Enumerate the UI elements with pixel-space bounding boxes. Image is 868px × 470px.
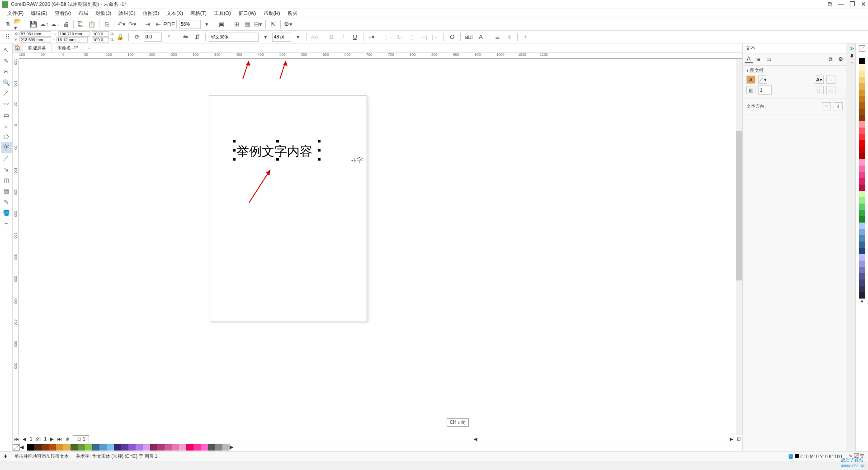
tab-welcome[interactable]: 欢迎屏幕 xyxy=(23,44,52,52)
colorbar-swatch[interactable] xyxy=(186,444,193,451)
palette-swatch[interactable] xyxy=(859,147,865,153)
align-icon[interactable]: ≡▾ xyxy=(367,32,377,42)
scale-x-input[interactable] xyxy=(92,31,109,37)
text-options-icon[interactable]: A̲ xyxy=(476,32,486,42)
palette-swatch[interactable] xyxy=(859,280,865,286)
add-button-icon[interactable]: + xyxy=(521,32,531,42)
colorbar-swatch[interactable] xyxy=(136,444,143,451)
frame-fill-swatch-icon[interactable]: A xyxy=(746,76,755,84)
palette-swatch[interactable] xyxy=(859,223,865,229)
palette-swatch[interactable] xyxy=(859,77,865,83)
colorbar-swatch[interactable] xyxy=(165,444,172,451)
pdf-icon[interactable]: PDF xyxy=(164,19,174,29)
colorbar-swatch[interactable] xyxy=(128,444,136,451)
panel-popout-icon[interactable]: ⧉ xyxy=(826,55,835,63)
palette-swatch[interactable] xyxy=(859,242,865,248)
sel-handle-bm[interactable] xyxy=(276,158,279,161)
eyedropper-tool-icon[interactable]: ✎ xyxy=(1,196,12,207)
font-size-input[interactable] xyxy=(272,33,291,42)
palette-nav-right-icon[interactable]: ▶ xyxy=(230,444,237,451)
minimize-icon[interactable]: — xyxy=(838,0,844,8)
bullets-icon[interactable]: ⋮≡ xyxy=(383,32,393,42)
text-direction-v-icon[interactable]: ⦀ xyxy=(504,32,514,42)
frame-align-icon[interactable]: ≡ xyxy=(826,76,835,84)
sel-handle-br[interactable] xyxy=(318,158,321,161)
palette-swatch[interactable] xyxy=(859,204,865,210)
menu-table[interactable]: 表格(T) xyxy=(187,10,210,17)
underline-icon[interactable]: U xyxy=(350,32,360,42)
palette-swatch[interactable] xyxy=(859,178,865,185)
open-icon[interactable]: 📂▾ xyxy=(14,19,24,29)
palette-swatch[interactable] xyxy=(859,134,865,140)
pick-tool-icon[interactable]: ↖ xyxy=(1,44,12,55)
sel-handle-ml[interactable] xyxy=(233,149,236,152)
colorbar-swatch[interactable] xyxy=(157,444,165,451)
ellipse-tool-icon[interactable]: ○ xyxy=(1,120,12,131)
grid-icon[interactable]: ▦ xyxy=(242,19,252,29)
palette-swatch[interactable] xyxy=(859,83,865,90)
curve-tool-icon[interactable]: 〰 xyxy=(1,99,12,109)
options-icon[interactable]: ⚙▾ xyxy=(283,19,293,29)
menu-text[interactable]: 文本(X) xyxy=(163,10,187,17)
menu-window[interactable]: 窗口(W) xyxy=(235,10,260,17)
page-first-icon[interactable]: ⏮ xyxy=(13,437,21,442)
canvas-area[interactable]: 1005005010015020025030035040045050055060… xyxy=(13,52,742,435)
colorbar-swatch[interactable] xyxy=(42,444,49,451)
page-next-icon[interactable]: ▶ xyxy=(48,437,56,442)
cloud-up-icon[interactable]: ☁↑ xyxy=(39,19,49,29)
dock-tab-plus-icon[interactable]: + xyxy=(846,59,855,66)
mirror-h-icon[interactable]: ⇋ xyxy=(180,32,190,42)
palette-swatch[interactable] xyxy=(859,166,865,172)
bold-icon[interactable]: B xyxy=(326,32,336,42)
size-dropdown-icon[interactable]: ▾ xyxy=(293,32,303,42)
colorbar-swatch[interactable] xyxy=(201,444,208,451)
columns-icon[interactable]: ▥ xyxy=(746,86,755,94)
ime-indicator[interactable]: CH ♪ 简 xyxy=(447,418,469,427)
cloud-down-icon[interactable]: ☁↓ xyxy=(50,19,60,29)
colorbar-swatch[interactable] xyxy=(150,444,157,451)
lock-ratio-icon[interactable]: 🔒 xyxy=(115,32,125,42)
redo-icon[interactable]: ↷▾ xyxy=(127,19,137,29)
italic-icon[interactable]: I xyxy=(338,32,348,42)
menu-effects[interactable]: 效果(C) xyxy=(115,10,139,17)
menu-tools[interactable]: 工具(O) xyxy=(210,10,235,17)
scale-y-input[interactable] xyxy=(92,37,109,43)
palette-swatch[interactable] xyxy=(859,197,865,204)
menu-layout[interactable]: 布局 xyxy=(75,10,92,17)
copy-icon[interactable]: ⿻ xyxy=(76,19,86,29)
menu-object[interactable]: 对象(J) xyxy=(92,10,115,17)
menu-bitmap[interactable]: 位图(B) xyxy=(139,10,163,17)
palette-swatch[interactable] xyxy=(859,172,865,178)
colorbar-swatch[interactable] xyxy=(222,444,230,451)
dropcap-icon[interactable]: ⬚ xyxy=(407,32,417,42)
column-opt-icon[interactable]: ▭ xyxy=(826,86,835,94)
numbering-icon[interactable]: 1≡ xyxy=(395,32,405,42)
menu-help[interactable]: 帮助(H) xyxy=(260,10,284,17)
colorbar-swatch[interactable] xyxy=(172,444,179,451)
colorbar-swatch[interactable] xyxy=(85,444,92,451)
columns-input[interactable] xyxy=(758,85,772,95)
abl-icon[interactable]: abl xyxy=(464,32,474,42)
new-icon[interactable]: 🗎 xyxy=(3,19,13,29)
colorbar-swatch[interactable] xyxy=(78,444,85,451)
tab-add-icon[interactable]: + xyxy=(84,44,94,52)
palette-swatch[interactable] xyxy=(859,96,865,102)
dock-tab-expand-icon[interactable]: ⇆ xyxy=(846,52,855,59)
connector-tool-icon[interactable]: ↘ xyxy=(1,164,12,175)
palette-swatch[interactable] xyxy=(859,235,865,242)
palette-swatch[interactable] xyxy=(859,102,865,109)
y-input[interactable] xyxy=(19,37,51,43)
palette-nav-left-icon[interactable]: ◀ xyxy=(20,444,27,451)
sel-handle-tr[interactable] xyxy=(318,140,321,142)
dimension-tool-icon[interactable]: ／ xyxy=(1,153,12,164)
panel-tab-para-icon[interactable]: ≡ xyxy=(755,55,763,63)
colorbar-swatch[interactable] xyxy=(49,444,56,451)
ruler-horizontal[interactable]: 1005005010015020025030035040045050055060… xyxy=(19,52,742,59)
page-prev-icon[interactable]: ◀ xyxy=(21,437,28,442)
menu-edit[interactable]: 编辑(E) xyxy=(27,10,51,17)
save-icon[interactable]: 💾 xyxy=(28,19,38,29)
palette-swatch[interactable] xyxy=(859,248,865,254)
export-icon[interactable]: ⇤ xyxy=(153,19,163,29)
colorbar-swatch[interactable] xyxy=(143,444,150,451)
palette-swatch[interactable] xyxy=(859,58,865,64)
